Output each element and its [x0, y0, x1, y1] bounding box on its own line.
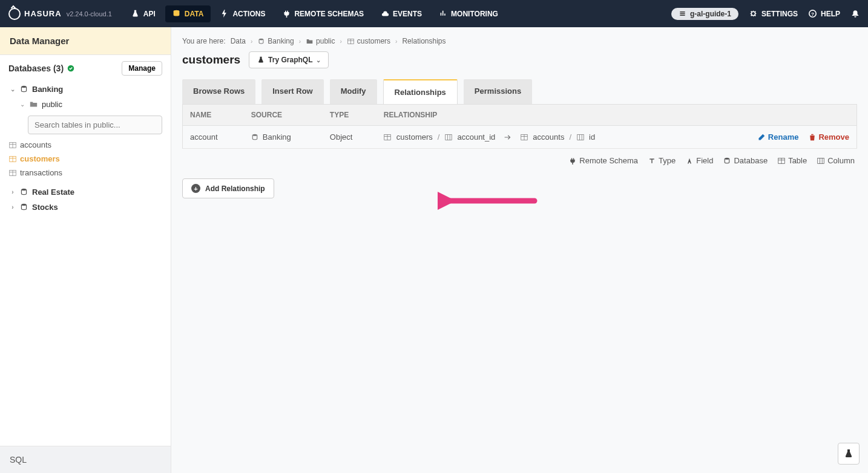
table-transactions[interactable]: transactions — [8, 166, 162, 180]
svg-rect-16 — [577, 134, 584, 140]
help-label: HELP — [821, 10, 840, 18]
table-accounts[interactable]: accounts — [8, 138, 162, 152]
table-icon — [8, 141, 16, 149]
chevron-down-icon: ⌄ — [19, 101, 25, 108]
tab-permissions[interactable]: Permissions — [464, 79, 532, 104]
crumb-banking[interactable]: Banking — [257, 37, 294, 45]
svg-point-12 — [253, 134, 258, 135]
sql-link[interactable]: SQL — [0, 446, 171, 473]
nav-monitoring[interactable]: MONITORING — [432, 5, 505, 22]
crumb-public[interactable]: public — [306, 37, 335, 45]
database-icon — [251, 133, 259, 141]
legend-database: Database — [723, 156, 768, 165]
col-source: SOURCE — [244, 105, 323, 126]
plug-icon — [282, 10, 291, 18]
table-accounts-label: accounts — [20, 140, 51, 149]
db-real-estate[interactable]: › Real Estate — [8, 184, 162, 200]
to-column: id — [589, 132, 595, 142]
field-icon — [685, 157, 693, 165]
col-type: TYPE — [323, 105, 376, 126]
col-name: NAME — [183, 105, 244, 126]
schema-public[interactable]: ⌄ public — [8, 97, 162, 112]
try-graphql-button[interactable]: Try GraphQL ⌄ — [249, 51, 329, 68]
nav-actions-label: ACTIONS — [232, 10, 265, 18]
hasura-logo-icon — [8, 8, 21, 20]
svg-point-17 — [725, 157, 729, 159]
plug-icon — [568, 157, 576, 165]
databases-header: Databases (3) Manage — [8, 61, 162, 76]
nav-api-label: API — [143, 10, 156, 18]
svg-point-10 — [259, 38, 263, 40]
folder-icon — [30, 100, 38, 108]
nav-events-label: EVENTS — [393, 10, 422, 18]
tabs: Browse Rows Insert Row Modify Relationsh… — [182, 79, 857, 104]
bell-icon[interactable] — [851, 10, 860, 18]
nav-events[interactable]: EVENTS — [373, 5, 429, 22]
project-pill[interactable]: g-al-guide-1 — [671, 8, 738, 20]
logo[interactable]: HASURA — [8, 8, 62, 20]
project-name: g-al-guide-1 — [690, 10, 731, 18]
help-icon: ? — [809, 10, 817, 18]
table-customers[interactable]: customers — [8, 152, 162, 166]
tab-insert-row[interactable]: Insert Row — [261, 79, 323, 104]
databases-label: Databases (3) — [8, 64, 64, 73]
nav-data[interactable]: DATA — [165, 5, 211, 22]
nav-api[interactable]: API — [124, 5, 163, 22]
float-flask-button[interactable] — [838, 443, 860, 465]
tab-modify[interactable]: Modify — [330, 79, 377, 104]
database-icon — [173, 10, 181, 18]
db-real-estate-label: Real Estate — [32, 188, 74, 197]
type-icon — [648, 157, 656, 165]
database-icon — [20, 85, 28, 93]
gear-icon — [749, 10, 758, 18]
breadcrumb-prefix: You are here: — [182, 37, 226, 45]
trash-icon — [808, 133, 816, 141]
svg-point-9 — [21, 204, 26, 206]
chart-icon — [439, 10, 447, 18]
to-table: accounts — [533, 132, 564, 142]
svg-text:?: ? — [812, 11, 815, 17]
table-transactions-label: transactions — [20, 168, 62, 177]
table-icon — [8, 155, 16, 163]
svg-point-8 — [21, 189, 26, 191]
settings-link[interactable]: SETTINGS — [749, 10, 798, 18]
legend-remote-schema: Remote Schema — [568, 156, 638, 165]
database-icon — [257, 38, 265, 45]
remove-button[interactable]: Remove — [808, 132, 849, 142]
chevron-right-icon: › — [395, 38, 397, 45]
column-icon — [576, 133, 584, 141]
plus-circle-icon: + — [191, 184, 200, 193]
legend-type: Type — [648, 156, 676, 165]
table-icon — [777, 157, 785, 165]
add-relationship-button[interactable]: + Add Relationship — [182, 178, 274, 198]
relationship-path: customers / account_id accounts / id — [384, 132, 696, 142]
crumb-customers[interactable]: customers — [347, 37, 390, 45]
db-stocks[interactable]: › Stocks — [8, 200, 162, 215]
search-tables-input[interactable] — [28, 116, 162, 134]
column-icon — [817, 157, 824, 165]
database-icon — [20, 188, 28, 196]
rename-button[interactable]: Rename — [758, 132, 799, 142]
col-relationship: RELATIONSHIP — [376, 105, 703, 126]
chevron-right-icon: › — [10, 204, 16, 210]
nav-remote-schemas[interactable]: REMOTE SCHEMAS — [275, 5, 371, 22]
table-icon — [384, 133, 392, 141]
chevron-right-icon: › — [251, 38, 252, 45]
version-text: v2.24.0-cloud.1 — [67, 10, 112, 18]
column-icon — [444, 133, 452, 141]
page-title: customers — [182, 53, 240, 67]
chevron-down-icon: ⌄ — [316, 57, 321, 64]
legend: Remote Schema Type Field Database Table … — [185, 156, 855, 165]
nav-actions[interactable]: ACTIONS — [213, 5, 272, 22]
tab-browse-rows[interactable]: Browse Rows — [182, 79, 255, 104]
flask-icon — [844, 449, 853, 458]
tab-relationships[interactable]: Relationships — [383, 79, 458, 104]
crumb-data[interactable]: Data — [231, 37, 246, 45]
schema-public-label: public — [42, 100, 62, 109]
help-link[interactable]: ? HELP — [809, 10, 840, 18]
svg-point-4 — [21, 86, 26, 88]
db-banking[interactable]: ⌄ Banking — [8, 82, 162, 97]
check-icon — [67, 65, 74, 72]
db-stocks-label: Stocks — [32, 203, 58, 212]
manage-button[interactable]: Manage — [122, 61, 162, 76]
